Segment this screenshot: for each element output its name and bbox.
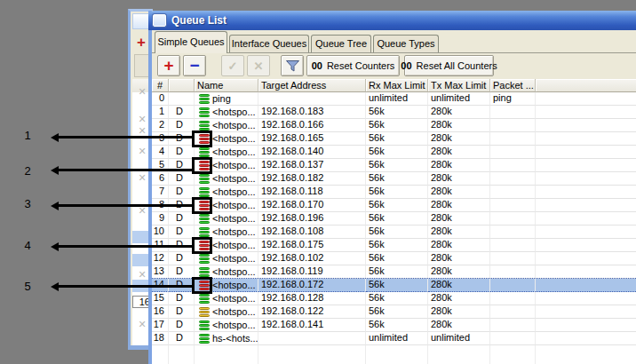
- table-row[interactable]: 7D<hotspo...192.168.0.11856k280k: [152, 186, 636, 199]
- disabled-x-icon: ✕: [136, 146, 148, 156]
- column-header-tx-max-limit[interactable]: Tx Max Limit: [428, 79, 490, 92]
- cell-number: 7: [152, 186, 169, 199]
- funnel-icon: [286, 60, 299, 72]
- cell-filler: [258, 345, 366, 364]
- cell-packet: [490, 199, 536, 212]
- remove-button[interactable]: −: [183, 55, 206, 76]
- cell-packet: [490, 159, 536, 172]
- cell-rx-max-limit: 56k: [366, 226, 428, 239]
- table-row[interactable]: 15D<hotspo...192.168.0.12856k280k: [152, 292, 636, 305]
- table-row[interactable]: 12D<hotspo...192.168.0.10256k280k: [152, 252, 636, 265]
- table-row[interactable]: 14D<hotspo...192.168.0.17256k280k: [152, 279, 636, 292]
- table-row[interactable]: 17D<hotspo...192.168.0.14156k280k: [152, 319, 636, 332]
- cell-filler: [536, 292, 636, 305]
- queue-name: <hotspo...: [212, 133, 256, 145]
- reset-all-counters-label: Reset All Counters: [417, 60, 497, 71]
- cell-rx-max-limit: 56k: [366, 212, 428, 226]
- table-row[interactable]: 4D<hotspo...192.168.0.14056k280k: [152, 146, 636, 159]
- add-icon[interactable]: +: [137, 36, 146, 49]
- queue-name: <hotspo...: [212, 120, 256, 131]
- cell-target-address: 192.168.0.170: [258, 199, 366, 212]
- cell-filler: [536, 319, 636, 332]
- cell-number: 2: [152, 119, 169, 132]
- cell-number: 4: [152, 146, 169, 159]
- cell-rx-max-limit: 56k: [366, 199, 428, 212]
- counter-prefix: 00: [401, 60, 411, 71]
- cell-filler: [536, 252, 636, 265]
- tab-interface-queues[interactable]: Interface Queues: [229, 35, 309, 52]
- queue-green-icon: [199, 333, 210, 344]
- cell-filler: [536, 305, 636, 319]
- cell-packet: [490, 146, 536, 159]
- cell-tx-max-limit: 280k: [428, 132, 490, 146]
- cell-filler: [490, 345, 536, 364]
- cell-name: ping: [195, 92, 258, 106]
- column-header-rx-max-limit[interactable]: Rx Max Limit: [366, 79, 428, 92]
- table-row[interactable]: 5D<hotspo...192.168.0.13756k280k: [152, 159, 636, 172]
- table-row[interactable]: 3D<hotspo...192.168.0.16556k280k: [152, 132, 636, 146]
- table-row[interactable]: 11D<hotspo...192.168.0.17556k280k: [152, 239, 636, 252]
- table-row[interactable]: 1D<hotspo...192.168.0.18356k280k: [152, 106, 636, 119]
- cell-target-address: 192.168.0.108: [258, 226, 366, 239]
- annotation-arrow: [58, 285, 193, 288]
- table-row[interactable]: 6D<hotspo...192.168.0.18256k280k: [152, 172, 636, 186]
- add-button[interactable]: +: [157, 55, 180, 76]
- queue-green-icon: [199, 320, 210, 331]
- tab-queue-types[interactable]: Queue Types: [373, 35, 439, 52]
- disabled-x-icon: ✕: [136, 86, 148, 97]
- cell-packet: [490, 265, 536, 279]
- column-header-target-address[interactable]: Target Address: [258, 79, 366, 92]
- cell-target-address: 192.168.0.128: [258, 292, 366, 305]
- queue-name: ping: [212, 93, 231, 105]
- queue-name: <hotspo...: [212, 320, 256, 331]
- cell-filler: [536, 226, 636, 239]
- table-row[interactable]: 8D<hotspo...192.168.0.17056k280k: [152, 199, 636, 212]
- filter-button[interactable]: [281, 55, 304, 76]
- queue-green-icon: [199, 120, 210, 131]
- title-bar[interactable]: Queue List: [148, 11, 636, 30]
- tab-simple-queues[interactable]: Simple Queues: [155, 31, 227, 53]
- reset-counters-button[interactable]: 00 Reset Counters: [306, 55, 400, 76]
- cell-name: <hotspo...: [195, 319, 258, 332]
- cell-number: 13: [152, 265, 169, 279]
- table-row[interactable]: 13D<hotspo...192.168.0.11956k280k: [152, 265, 636, 279]
- cell-filler: [536, 199, 636, 212]
- cell-filler: [536, 239, 636, 252]
- cell-target-address: 192.168.0.102: [258, 252, 366, 265]
- cell-filler: [536, 146, 636, 159]
- column-header-blank[interactable]: [169, 79, 195, 92]
- cell-target-address: 192.168.0.196: [258, 212, 366, 226]
- cell-tx-max-limit: 280k: [428, 226, 490, 239]
- reset-all-counters-button[interactable]: 00 Reset All Counters: [404, 55, 494, 76]
- cell-target-address: 192.168.0.182: [258, 172, 366, 186]
- table-row[interactable]: 16D<hotspo...192.168.0.12256k280k: [152, 305, 636, 319]
- cell-packet: [490, 186, 536, 199]
- column-header-blank[interactable]: [536, 79, 636, 92]
- table-row[interactable]: 0pingunlimitedunlimitedping: [152, 92, 636, 106]
- tab-queue-tree[interactable]: Queue Tree: [311, 35, 371, 52]
- queue-name: <hotspo...: [212, 266, 256, 278]
- cell-rx-max-limit: 56k: [366, 292, 428, 305]
- table-row[interactable]: 10D<hotspo...192.168.0.10856k280k: [152, 226, 636, 239]
- queue-name: <hotspo...: [212, 200, 256, 211]
- window-title: Queue List: [171, 14, 227, 27]
- column-header-name[interactable]: Name: [195, 79, 258, 92]
- cell-rx-max-limit: 56k: [366, 186, 428, 199]
- column-header-#[interactable]: #: [152, 79, 169, 92]
- table-row[interactable]: 18Dhs-<hots...unlimitedunlimited: [152, 332, 636, 345]
- cell-packet: [490, 132, 536, 146]
- queue-name: <hotspo...: [212, 173, 256, 185]
- disabled-x-icon: ✕: [136, 269, 148, 280]
- cell-packet: [490, 119, 536, 132]
- queue-name: <hotspo...: [212, 226, 256, 238]
- column-header-packet-[interactable]: Packet ...: [490, 79, 536, 92]
- queue-name: <hotspo...: [212, 253, 256, 265]
- cell-number: 10: [152, 226, 169, 239]
- toolbar: + − ✓ ✕ 00 Reset Counters 00 Reset All C…: [152, 53, 636, 79]
- cell-number: 9: [152, 212, 169, 226]
- cell-tx-max-limit: 280k: [428, 265, 490, 279]
- table-row[interactable]: 2D<hotspo...192.168.0.16656k280k: [152, 119, 636, 132]
- cell-target-address: 192.168.0.166: [258, 119, 366, 132]
- table-row[interactable]: 9D<hotspo...192.168.0.19656k280k: [152, 212, 636, 226]
- cell-tx-max-limit: unlimited: [428, 92, 490, 106]
